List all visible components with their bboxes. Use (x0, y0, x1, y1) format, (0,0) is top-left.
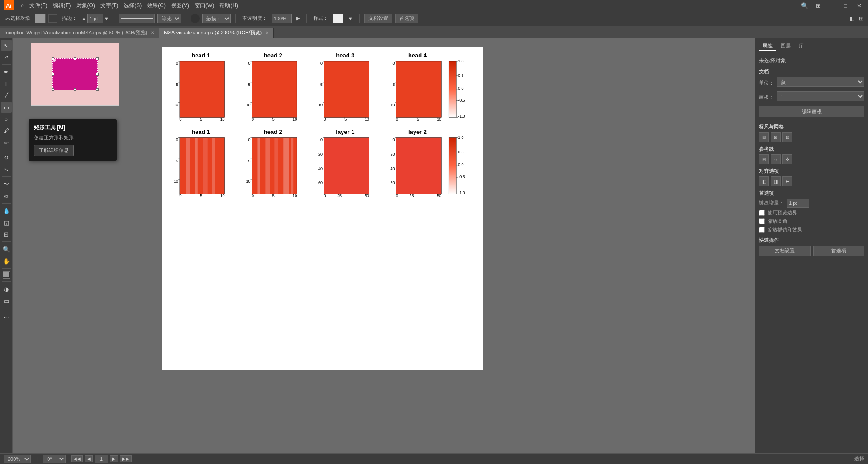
prev-frame-btn[interactable]: ◀◀ (71, 455, 83, 462)
tool-color-mode[interactable]: ◑ (1, 284, 12, 294)
handle-bl[interactable] (52, 88, 54, 91)
snap-bounds-checkbox[interactable] (759, 210, 765, 216)
tool-line[interactable]: ╱ (1, 90, 12, 101)
tab-0[interactable]: Inception-Weight-Visualization-cnnMSA.ep… (0, 28, 159, 38)
handle-mr[interactable] (96, 73, 99, 76)
stroke-style-selector[interactable] (119, 14, 155, 23)
canvas-area[interactable]: 矩形工具 [M] 创建正方形和矩形 了解详细信息 (13, 38, 755, 453)
zoom-select[interactable]: 200% (4, 455, 31, 463)
tool-select[interactable]: ↖ (1, 40, 12, 51)
handle-bm[interactable] (74, 88, 76, 91)
quick-doc-settings-btn[interactable]: 文档设置 (759, 246, 811, 256)
tool-gradient[interactable]: ◱ (1, 217, 12, 228)
opacity-input[interactable] (272, 14, 292, 23)
style-swatch[interactable] (333, 14, 343, 23)
align-center-icon[interactable]: ◨ (771, 176, 781, 186)
menu-object[interactable]: 对象(O) (76, 2, 95, 9)
guide-icon-2[interactable]: ↔ (771, 154, 781, 164)
menu-text[interactable]: 文字(T) (100, 2, 118, 9)
tab-0-close[interactable]: ✕ (151, 30, 154, 35)
ruler-icon-3[interactable]: ⊡ (782, 132, 792, 142)
tool-pen[interactable]: ✒ (1, 66, 12, 77)
minimize-btn[interactable]: — (826, 0, 837, 11)
guide-icon-1[interactable]: ⊞ (759, 154, 769, 164)
handle-ml[interactable] (52, 73, 54, 76)
stroke-swatch[interactable] (48, 14, 57, 23)
fill-indicator[interactable] (3, 271, 10, 279)
center-dot (53, 59, 56, 62)
round-corners-checkbox[interactable] (759, 218, 765, 224)
style-arrow[interactable]: ▼ (346, 15, 355, 22)
tool-brush[interactable]: 🖌 (1, 125, 12, 136)
tool-blend[interactable]: ∞ (1, 190, 12, 201)
learn-more-btn[interactable]: 了解详细信息 (34, 145, 74, 156)
menu-help[interactable]: 帮助(H) (219, 2, 238, 9)
tool-rotate[interactable]: ↻ (1, 152, 12, 163)
tool-ellipse[interactable]: ○ (1, 114, 12, 124)
tool-text[interactable]: T (1, 78, 12, 89)
panel-icon-1[interactable]: ◧ (849, 14, 855, 23)
tool-more[interactable]: … (1, 310, 12, 321)
app-logo: Ai (4, 0, 14, 10)
menu-effect[interactable]: 效果(C) (147, 2, 166, 9)
stroke-width-input[interactable] (87, 14, 103, 23)
frame-input[interactable] (95, 455, 108, 463)
handle-tr[interactable] (96, 57, 99, 60)
stroke-up-arrow[interactable]: ▲ (81, 16, 86, 21)
unit-select[interactable]: 点 (777, 77, 864, 87)
align-right-icon[interactable]: ⊢ (782, 176, 792, 186)
panel-tab-library[interactable]: 库 (795, 42, 807, 51)
keyboard-label: 键盘增量： (759, 199, 784, 206)
menu-file[interactable]: 文件(F) (29, 2, 47, 9)
menu-select[interactable]: 选择(S) (124, 2, 142, 9)
handle-br[interactable] (96, 88, 99, 91)
guide-icon-3[interactable]: ✛ (782, 154, 792, 164)
menu-window[interactable]: 窗口(W) (195, 2, 214, 9)
panel-icon-2[interactable]: ⊞ (858, 14, 864, 23)
tool-direct-select[interactable]: ↗ (1, 52, 12, 62)
menu-home[interactable]: ⌂ (21, 2, 24, 9)
tool-mesh[interactable]: ⊞ (1, 229, 12, 240)
tool-rect[interactable]: ▭ (1, 102, 12, 113)
touch-select[interactable]: 触摸： (202, 14, 231, 23)
arrange-btn[interactable]: ⊞ (813, 0, 824, 11)
edit-canvas-btn[interactable]: 编辑画板 (759, 106, 864, 117)
tool-zoom[interactable]: 🔍 (1, 244, 12, 255)
tool-eyedropper[interactable]: 💧 (1, 205, 12, 216)
tool-hand[interactable]: ✋ (1, 256, 12, 266)
search-btn[interactable]: 🔍 (799, 0, 810, 11)
ruler-grid-title: 标尺与网格 (759, 123, 864, 130)
quick-prefs-btn[interactable]: 首选项 (813, 246, 865, 256)
scale-effects-checkbox[interactable] (759, 227, 765, 233)
tool-warp[interactable]: 〜 (1, 179, 12, 189)
fill-swatch[interactable] (35, 14, 46, 23)
prev-btn[interactable]: ◀ (85, 455, 93, 462)
tool-screen-mode[interactable]: ▭ (1, 295, 12, 306)
keyboard-increment-input[interactable] (787, 199, 809, 208)
prefs-btn[interactable]: 首选项 (395, 14, 418, 23)
tool-scale[interactable]: ⤡ (1, 164, 12, 175)
ruler-icon-1[interactable]: ⊞ (759, 132, 769, 142)
rotation-select[interactable]: 0° (43, 455, 66, 463)
canvas-select[interactable]: 1 (777, 91, 864, 101)
tool-pencil[interactable]: ✏ (1, 137, 12, 148)
proportion-select[interactable]: 等比 (157, 14, 181, 23)
ruler-icon-2[interactable]: ⊠ (771, 132, 781, 142)
maximize-btn[interactable]: □ (840, 0, 851, 11)
tab-1-label: MSA-visualization.eps @ 200 % (RGB/预览) (164, 29, 262, 36)
opacity-arrow[interactable]: ▶ (295, 14, 302, 22)
align-left-icon[interactable]: ◧ (759, 176, 769, 186)
menu-view[interactable]: 视图(V) (171, 2, 189, 9)
close-btn[interactable]: ✕ (854, 0, 864, 11)
stroke-down-arrow[interactable]: ▼ (104, 16, 109, 21)
panel-tab-layers[interactable]: 图层 (777, 42, 794, 51)
menu-edit[interactable]: 编辑(E) (53, 2, 71, 9)
doc-settings-btn[interactable]: 文档设置 (364, 14, 392, 23)
next-btn[interactable]: ▶ (110, 455, 118, 462)
tab-1-close[interactable]: ✕ (265, 30, 269, 35)
panel-tab-properties[interactable]: 属性 (759, 42, 776, 51)
next-frame-btn[interactable]: ▶▶ (120, 455, 132, 462)
handle-tm[interactable] (74, 57, 76, 60)
tab-1[interactable]: MSA-visualization.eps @ 200 % (RGB/预览) ✕ (159, 28, 274, 38)
touch-indicator[interactable] (191, 14, 200, 23)
